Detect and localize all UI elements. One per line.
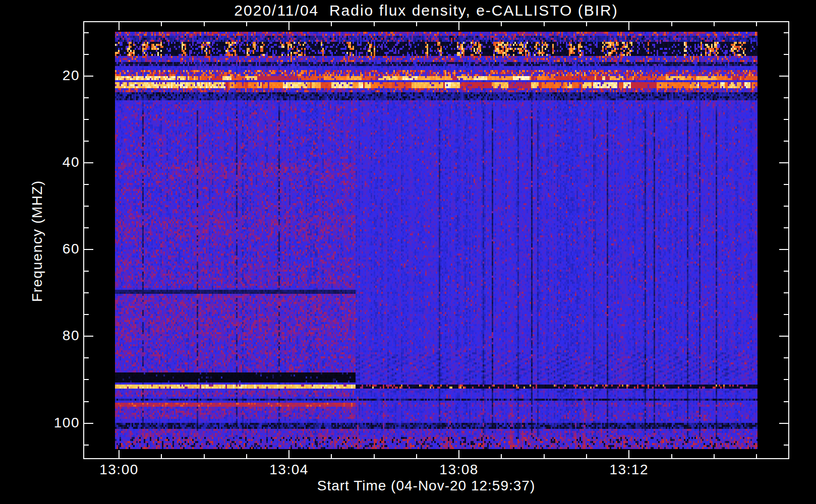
y-major-tick-right — [779, 162, 788, 163]
x-minor-tick-top — [501, 22, 502, 26]
x-major-tick — [458, 450, 459, 458]
x-axis-title: Start Time (04-Nov-20 12:59:37) — [262, 478, 590, 494]
y-minor-tick — [84, 227, 89, 228]
y-major-tick — [84, 423, 93, 424]
x-minor-tick — [331, 454, 332, 458]
y-major-tick — [84, 76, 93, 77]
y-minor-tick — [84, 141, 89, 142]
y-minor-tick — [84, 97, 89, 98]
x-minor-tick — [544, 454, 545, 458]
y-minor-tick-right — [784, 357, 788, 358]
y-minor-tick-right — [784, 445, 788, 446]
x-minor-tick — [671, 454, 672, 458]
y-minor-tick — [84, 54, 89, 55]
y-major-tick — [84, 336, 93, 337]
x-tick-label: 13:12 — [589, 462, 669, 478]
x-minor-tick-top — [331, 22, 332, 26]
y-minor-tick — [84, 206, 89, 207]
x-minor-tick-top — [671, 22, 672, 26]
y-tick-label: 100 — [24, 415, 80, 431]
y-major-tick-right — [779, 249, 788, 250]
y-minor-tick — [84, 445, 89, 446]
spectrogram-page: 2020/11/04 Radio flux density, e-CALLIST… — [0, 0, 816, 504]
y-minor-tick-right — [784, 314, 788, 315]
x-minor-tick-top — [416, 22, 417, 26]
y-minor-tick — [84, 314, 89, 315]
x-tick-label: 13:04 — [249, 462, 329, 478]
x-major-tick — [628, 450, 629, 458]
y-tick-label: 20 — [24, 68, 80, 84]
x-minor-tick — [161, 454, 162, 458]
x-minor-tick — [714, 454, 715, 458]
x-minor-tick-top — [586, 22, 587, 26]
y-minor-tick — [84, 184, 89, 185]
x-minor-tick — [586, 454, 587, 458]
x-major-tick-top — [119, 22, 120, 30]
x-minor-tick-top — [374, 22, 375, 26]
y-major-tick — [84, 162, 93, 163]
y-tick-label: 80 — [24, 328, 80, 344]
y-minor-tick — [84, 32, 89, 33]
y-major-tick-right — [779, 336, 788, 337]
x-minor-tick-top — [161, 22, 162, 26]
y-minor-tick — [84, 271, 89, 272]
plot-title: 2020/11/04 Radio flux density, e-CALLIST… — [0, 2, 816, 19]
x-tick-label: 13:08 — [419, 462, 499, 478]
y-minor-tick — [84, 357, 89, 358]
y-minor-tick-right — [784, 184, 788, 185]
y-minor-tick — [84, 292, 89, 293]
x-minor-tick-top — [246, 22, 247, 26]
y-tick-label: 40 — [24, 154, 80, 170]
y-minor-tick-right — [784, 379, 788, 380]
x-minor-tick — [416, 454, 417, 458]
y-minor-tick-right — [784, 271, 788, 272]
y-minor-tick-right — [784, 141, 788, 142]
y-tick-label: 60 — [24, 241, 80, 257]
x-minor-tick-top — [714, 22, 715, 26]
y-major-tick — [84, 249, 93, 250]
x-minor-tick-top — [544, 22, 545, 26]
x-major-tick-top — [458, 22, 459, 30]
x-major-tick — [288, 450, 289, 458]
x-minor-tick-top — [756, 22, 757, 26]
y-minor-tick — [84, 401, 89, 402]
plot-frame — [83, 21, 789, 459]
x-minor-tick — [374, 454, 375, 458]
y-minor-tick-right — [784, 119, 788, 120]
y-minor-tick-right — [784, 227, 788, 228]
x-minor-tick — [204, 454, 205, 458]
y-minor-tick-right — [784, 292, 788, 293]
x-tick-label: 13:00 — [79, 462, 159, 478]
y-minor-tick-right — [784, 97, 788, 98]
x-minor-tick-top — [204, 22, 205, 26]
y-major-tick-right — [779, 423, 788, 424]
y-major-tick-right — [779, 76, 788, 77]
x-major-tick — [119, 450, 120, 458]
x-major-tick-top — [288, 22, 289, 30]
x-minor-tick — [246, 454, 247, 458]
x-minor-tick — [756, 454, 757, 458]
x-major-tick-top — [628, 22, 629, 30]
y-minor-tick-right — [784, 206, 788, 207]
y-minor-tick — [84, 119, 89, 120]
y-minor-tick-right — [784, 401, 788, 402]
x-minor-tick — [501, 454, 502, 458]
y-minor-tick-right — [784, 54, 788, 55]
y-minor-tick-right — [784, 32, 788, 33]
y-minor-tick — [84, 379, 89, 380]
